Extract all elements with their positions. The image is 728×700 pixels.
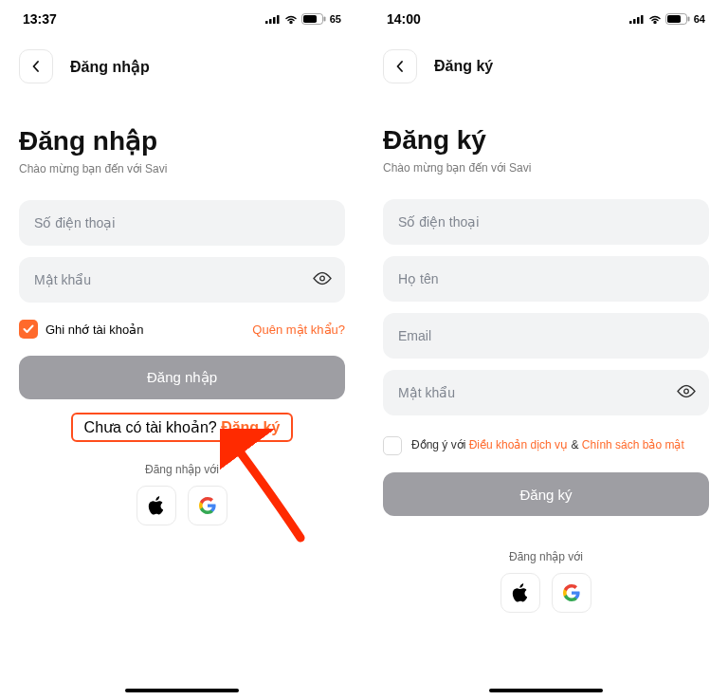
terms-checkbox[interactable] xyxy=(383,436,402,455)
terms-amp: & xyxy=(568,438,582,451)
svg-rect-6 xyxy=(323,17,325,22)
password-field[interactable] xyxy=(34,272,330,287)
battery-icon xyxy=(301,13,326,25)
google-icon xyxy=(199,497,216,514)
svg-rect-0 xyxy=(265,21,268,24)
toggle-password-icon[interactable] xyxy=(677,385,696,401)
privacy-policy-link[interactable]: Chính sách bảo mật xyxy=(582,438,684,451)
no-account-row: Chưa có tài khoản? Đăng ký xyxy=(71,413,294,442)
remember-label: Ghi nhớ tài khoản xyxy=(46,322,143,337)
password-input-wrap[interactable] xyxy=(19,257,345,303)
svg-point-7 xyxy=(320,276,325,281)
status-bar: 13:37 65 xyxy=(0,0,364,38)
topbar: Đăng ký xyxy=(364,38,728,99)
svg-rect-5 xyxy=(303,15,317,23)
topbar-title: Đăng nhập xyxy=(70,58,150,76)
password-field[interactable] xyxy=(398,385,694,400)
login-screen: 13:37 65 Đăng nhập Đăng nhập Chào mừng b… xyxy=(0,0,364,700)
battery-percent: 64 xyxy=(694,13,705,25)
svg-rect-10 xyxy=(637,17,640,24)
apple-icon xyxy=(148,496,165,515)
status-icons: 64 xyxy=(629,13,705,25)
topbar: Đăng nhập xyxy=(0,38,364,99)
signup-link[interactable]: Đăng ký xyxy=(221,419,280,435)
svg-rect-13 xyxy=(667,15,681,23)
phone-input-wrap[interactable] xyxy=(383,199,709,245)
back-button[interactable] xyxy=(383,49,417,83)
svg-rect-8 xyxy=(629,21,632,24)
password-input-wrap[interactable] xyxy=(383,370,709,415)
signup-button[interactable]: Đăng ký xyxy=(383,472,709,516)
page-subheading: Chào mừng bạn đến với Savi xyxy=(383,161,709,175)
login-button[interactable]: Đăng nhập xyxy=(19,356,345,399)
email-input-wrap[interactable] xyxy=(383,313,709,359)
home-indicator xyxy=(489,689,603,692)
svg-rect-14 xyxy=(687,17,689,22)
signup-screen: 14:00 64 Đăng ký Đăng ký Chào mừng bạn đ… xyxy=(364,0,728,700)
page-subheading: Chào mừng bạn đến với Savi xyxy=(19,162,345,175)
wifi-icon xyxy=(284,14,298,24)
page-heading: Đăng nhập xyxy=(19,125,345,157)
apple-icon xyxy=(512,583,529,602)
email-field[interactable] xyxy=(398,328,694,343)
svg-rect-9 xyxy=(633,19,636,24)
home-indicator xyxy=(125,689,239,692)
svg-rect-11 xyxy=(641,15,644,24)
svg-rect-3 xyxy=(277,15,280,24)
battery-icon xyxy=(665,13,690,25)
google-icon xyxy=(563,584,580,601)
svg-point-15 xyxy=(684,389,689,394)
svg-rect-2 xyxy=(273,17,276,24)
apple-login-button[interactable] xyxy=(500,573,540,613)
terms-prefix: Đồng ý với xyxy=(411,438,469,451)
status-icons: 65 xyxy=(265,13,341,25)
google-login-button[interactable] xyxy=(188,486,228,525)
name-field[interactable] xyxy=(398,271,694,286)
name-input-wrap[interactable] xyxy=(383,256,709,302)
back-button[interactable] xyxy=(19,49,53,83)
status-time: 13:37 xyxy=(23,11,57,27)
apple-login-button[interactable] xyxy=(136,486,176,525)
terms-text: Đồng ý với Điều khoản dịch vụ & Chính sá… xyxy=(411,436,684,453)
no-account-text: Chưa có tài khoản? xyxy=(84,419,222,435)
chevron-left-icon xyxy=(32,61,40,72)
phone-field[interactable] xyxy=(34,215,330,230)
wifi-icon xyxy=(648,14,662,24)
signal-icon xyxy=(265,14,281,24)
topbar-title: Đăng ký xyxy=(434,58,493,75)
svg-rect-1 xyxy=(269,19,272,24)
social-login-label: Đăng nhập với xyxy=(19,463,345,476)
terms-of-service-link[interactable]: Điều khoản dịch vụ xyxy=(469,438,568,451)
status-bar: 14:00 64 xyxy=(364,0,728,38)
check-icon xyxy=(23,324,34,334)
remember-checkbox[interactable] xyxy=(19,320,38,339)
page-heading: Đăng ký xyxy=(383,125,709,156)
phone-input-wrap[interactable] xyxy=(19,200,345,246)
social-login-label: Đăng nhập với xyxy=(383,550,709,563)
chevron-left-icon xyxy=(396,61,404,72)
toggle-password-icon[interactable] xyxy=(313,272,332,288)
phone-field[interactable] xyxy=(398,214,694,230)
google-login-button[interactable] xyxy=(552,573,592,613)
battery-percent: 65 xyxy=(330,13,341,25)
status-time: 14:00 xyxy=(387,11,421,27)
signal-icon xyxy=(629,14,645,24)
forgot-password-link[interactable]: Quên mật khẩu? xyxy=(252,322,345,337)
